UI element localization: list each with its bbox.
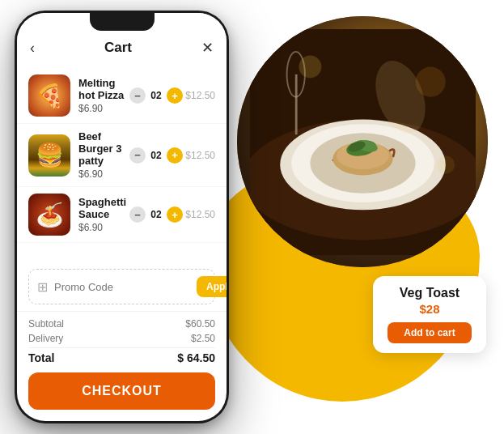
- cart-item: 🍕 Melting hot Pizza $6.90 − 02 + $12.50: [17, 68, 227, 124]
- item-original-price-burger: $12.50: [183, 150, 215, 161]
- subtotal-label: Subtotal: [28, 318, 64, 330]
- delivery-label: Delivery: [28, 333, 63, 344]
- food-circle-inner: [237, 16, 488, 267]
- promo-apply-button[interactable]: Apply: [197, 276, 227, 297]
- cart-item: 🍝 Spaghetti Sauce $6.90 − 02 + $12.50: [17, 187, 227, 243]
- item-controls-spaghetti: − 02 +: [129, 206, 183, 223]
- svg-point-13: [299, 55, 321, 78]
- phone-screen: ‹ Cart ✕ 🍕 Melting hot Pizza $6.90: [17, 13, 227, 421]
- phone-notch: [90, 13, 155, 31]
- item-price-burger: $6.90: [78, 168, 129, 180]
- item-info-spaghetti: Spaghetti Sauce $6.90: [78, 196, 129, 233]
- cart-items-list: 🍕 Melting hot Pizza $6.90 − 02 + $12.50: [17, 65, 227, 262]
- back-button[interactable]: ‹: [30, 40, 35, 57]
- item-controls-burger: − 02 +: [129, 147, 183, 164]
- item-name-spaghetti: Spaghetti Sauce: [78, 196, 129, 220]
- item-price-spaghetti: $6.90: [78, 222, 129, 233]
- item-name-burger: Beef Burger 3 patty: [78, 130, 129, 167]
- subtotal-value: $60.50: [185, 318, 215, 330]
- qty-minus-burger[interactable]: −: [129, 147, 146, 164]
- delivery-row: Delivery $2.50: [28, 333, 215, 344]
- svg-point-15: [436, 155, 454, 173]
- item-original-price-pizza: $12.50: [183, 90, 215, 101]
- qty-plus-spaghetti[interactable]: +: [167, 206, 183, 223]
- burger-emoji: 🍔: [28, 134, 70, 177]
- item-controls-pizza: − 02 +: [129, 87, 183, 104]
- veg-toast-card: Veg Toast $28 Add to cart: [373, 276, 486, 353]
- qty-minus-pizza[interactable]: −: [129, 87, 146, 104]
- checkout-button[interactable]: CHECKOUT: [28, 372, 215, 410]
- svg-rect-10: [294, 74, 297, 134]
- item-info-pizza: Melting hot Pizza $6.90: [78, 77, 129, 114]
- qty-minus-spaghetti[interactable]: −: [129, 206, 146, 223]
- total-label: Total: [28, 351, 54, 364]
- qty-burger: 02: [149, 150, 163, 161]
- total-value: $ 64.50: [177, 351, 215, 364]
- total-row: Total $ 64.50: [28, 347, 215, 364]
- item-name-pizza: Melting hot Pizza: [78, 77, 129, 101]
- item-original-price-spaghetti: $12.50: [183, 209, 215, 220]
- qty-spaghetti: 02: [149, 209, 163, 220]
- summary-section: Subtotal $60.50 Delivery $2.50 Total $ 6…: [17, 311, 227, 368]
- promo-section: ⊞ Apply: [28, 269, 215, 304]
- delivery-value: $2.50: [191, 333, 215, 344]
- qty-plus-pizza[interactable]: +: [167, 87, 183, 104]
- svg-point-14: [415, 66, 445, 96]
- veg-toast-title: Veg Toast: [388, 286, 472, 300]
- qty-pizza: 02: [149, 90, 163, 101]
- plate-illustration: [250, 29, 476, 255]
- item-image-pizza: 🍕: [28, 74, 70, 117]
- promo-input[interactable]: [54, 281, 190, 293]
- food-circle-image: [237, 16, 488, 267]
- promo-icon: ⊞: [37, 279, 48, 295]
- veg-toast-price: $28: [388, 302, 472, 316]
- scene: Veg Toast $28 Add to cart ‹ Cart ✕ �: [0, 0, 504, 434]
- item-image-burger: 🍔: [28, 134, 70, 177]
- phone-wrapper: ‹ Cart ✕ 🍕 Melting hot Pizza $6.90: [15, 11, 229, 423]
- item-image-spaghetti: 🍝: [28, 194, 70, 236]
- close-button[interactable]: ✕: [201, 39, 214, 57]
- qty-plus-burger[interactable]: +: [167, 147, 183, 164]
- item-info-burger: Beef Burger 3 patty $6.90: [78, 130, 129, 180]
- subtotal-row: Subtotal $60.50: [28, 318, 215, 330]
- pizza-emoji: 🍕: [28, 74, 70, 117]
- spaghetti-emoji: 🍝: [28, 194, 70, 236]
- item-price-pizza: $6.90: [78, 103, 129, 114]
- cart-item: 🍔 Beef Burger 3 patty $6.90 − 02 + $12.5…: [17, 124, 227, 187]
- cart-title: Cart: [104, 40, 132, 56]
- phone-device: ‹ Cart ✕ 🍕 Melting hot Pizza $6.90: [15, 11, 229, 423]
- add-to-cart-button[interactable]: Add to cart: [388, 322, 472, 343]
